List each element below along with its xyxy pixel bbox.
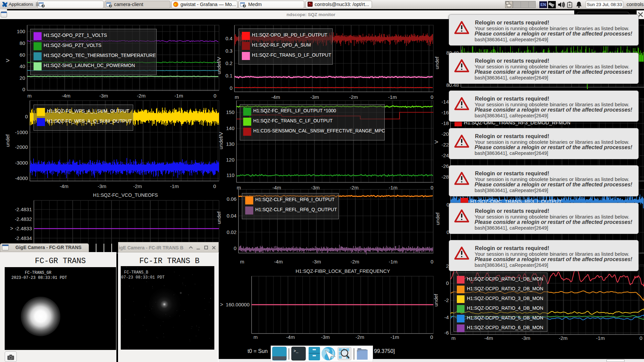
svg-text:>_: >_ [293, 349, 299, 354]
